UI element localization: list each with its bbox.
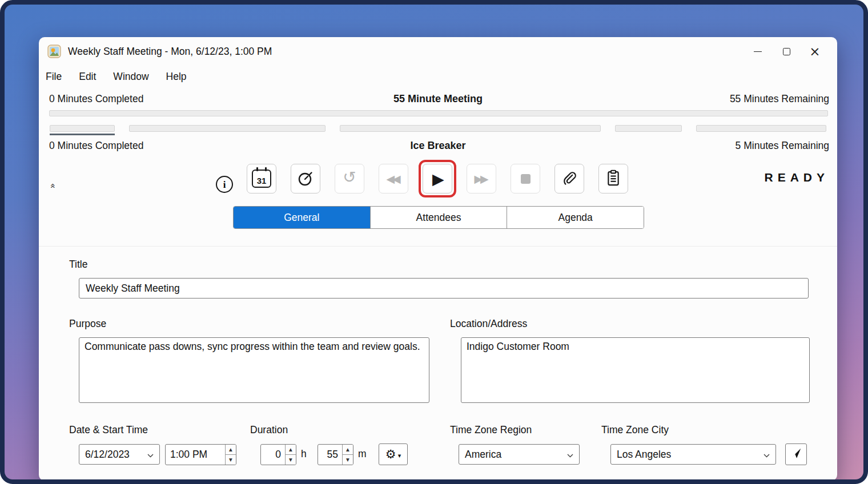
meeting-title-label: 55 Minute Meeting (393, 93, 483, 105)
status-badge: READY (764, 171, 829, 184)
duration-label: Duration (250, 424, 288, 436)
date-select[interactable]: 6/12/2023 (79, 444, 160, 465)
spin-down-icon: ▼ (229, 457, 232, 462)
menu-window[interactable]: Window (112, 70, 150, 84)
minutes-unit-label: m (358, 448, 367, 460)
start-time-decrement-button[interactable]: ▼ (226, 455, 236, 465)
attachment-button[interactable] (554, 164, 584, 193)
tab-bar: General Attendees Agenda (233, 206, 644, 229)
paperclip-icon (561, 170, 577, 188)
tz-region-value: America (465, 449, 501, 461)
stop-button[interactable] (511, 164, 540, 193)
window-controls: × (744, 37, 829, 66)
overall-progress-bar (49, 110, 828, 116)
play-icon: ▶ (431, 171, 444, 187)
desktop-background: Weekly Staff Meeting - Mon, 6/12/23, 1:0… (0, 0, 868, 484)
hours-decrement-button[interactable]: ▼ (286, 455, 296, 465)
spin-up-icon: ▲ (346, 447, 349, 452)
spin-down-icon: ▼ (346, 457, 349, 462)
spin-down-icon: ▼ (289, 457, 292, 462)
purpose-textarea[interactable]: Communicate pass downs, sync progress wi… (79, 337, 429, 403)
tab-general[interactable]: General (234, 207, 370, 228)
info-icon: i (223, 180, 226, 189)
chevron-up-double-icon: » (47, 183, 58, 188)
calendar-icon: 31 (252, 170, 271, 188)
minimize-button[interactable] (744, 41, 772, 62)
stop-icon (521, 174, 531, 184)
location-textarea[interactable]: Indigo Customer Room (461, 337, 810, 403)
tab-agenda[interactable]: Agenda (507, 207, 644, 228)
chevron-down-icon (567, 449, 573, 461)
start-time-spinner[interactable]: 1:00 PM ▲ ▼ (165, 444, 236, 465)
notes-button[interactable] (598, 164, 628, 193)
window-title: Weekly Staff Meeting - Mon, 6/12/23, 1:0… (68, 46, 272, 58)
app-window: Weekly Staff Meeting - Mon, 6/12/23, 1:0… (39, 37, 837, 481)
date-value: 6/12/2023 (85, 449, 130, 461)
locate-timezone-button[interactable] (785, 443, 807, 465)
current-remaining-label: 5 Minutes Remaining (736, 140, 829, 152)
duration-minutes-spin-buttons: ▲ ▼ (342, 445, 353, 465)
menubar: File Edit Window Help (45, 67, 188, 86)
toolbar: 31 ↺ ◀◀ ▶ (247, 164, 628, 193)
rewind-button[interactable]: ◀◀ (379, 164, 408, 193)
caret-down-icon: ▾ (398, 453, 401, 459)
maximize-button[interactable] (772, 41, 801, 62)
agenda-segment (129, 125, 326, 132)
reset-button[interactable]: ↺ (335, 164, 364, 193)
purpose-label: Purpose (69, 318, 106, 330)
start-time-increment-button[interactable]: ▲ (226, 445, 236, 455)
fast-forward-icon: ▶▶ (474, 174, 488, 184)
agenda-segment (50, 125, 115, 132)
current-completed-label: 0 Minutes Completed (49, 140, 143, 152)
menu-file[interactable]: File (45, 70, 63, 84)
date-start-label: Date & Start Time (69, 424, 148, 436)
titlebar: Weekly Staff Meeting - Mon, 6/12/23, 1:0… (39, 37, 837, 66)
section-divider (39, 246, 837, 247)
calendar-button[interactable]: 31 (247, 164, 276, 193)
tab-attendees[interactable]: Attendees (370, 207, 507, 228)
collapse-toolbar-button[interactable]: » (46, 179, 59, 192)
duration-minutes-value: 55 (318, 445, 342, 465)
spin-up-icon: ▲ (229, 447, 232, 452)
duration-hours-spinner[interactable]: 0 ▲ ▼ (260, 444, 296, 465)
overall-completed-label: 0 Minutes Completed (49, 93, 143, 105)
spin-up-icon: ▲ (289, 447, 292, 452)
minimize-icon (754, 51, 762, 52)
hours-unit-label: h (301, 448, 307, 460)
gear-icon: ⚙ (385, 449, 396, 461)
start-time-spin-buttons: ▲ ▼ (225, 445, 236, 465)
rewind-icon: ◀◀ (386, 174, 400, 184)
agenda-segment (340, 125, 601, 132)
title-label: Title (69, 259, 87, 271)
menu-edit[interactable]: Edit (78, 70, 97, 84)
location-label: Location/Address (450, 318, 527, 330)
tz-city-label: Time Zone City (601, 424, 669, 436)
reset-icon: ↺ (343, 170, 356, 185)
duration-hours-spin-buttons: ▲ ▼ (285, 445, 296, 465)
menu-help[interactable]: Help (165, 70, 188, 84)
play-button[interactable]: ▶ (423, 164, 452, 193)
info-button[interactable]: i (216, 176, 233, 193)
tz-region-select[interactable]: America (459, 444, 580, 465)
maximize-icon (783, 48, 790, 55)
overall-remaining-label: 55 Minutes Remaining (730, 93, 829, 105)
tz-city-select[interactable]: Los Angeles (610, 444, 776, 465)
current-item-title: Ice Breaker (410, 140, 465, 152)
hours-increment-button[interactable]: ▲ (286, 445, 296, 455)
minutes-increment-button[interactable]: ▲ (343, 445, 353, 455)
agenda-segment (615, 125, 681, 132)
tz-city-value: Los Angeles (617, 449, 671, 461)
app-icon (47, 45, 61, 58)
duration-options-button[interactable]: ⚙ ▾ (379, 443, 408, 465)
close-icon: × (809, 45, 820, 58)
clipboard-icon (605, 170, 621, 188)
duration-minutes-spinner[interactable]: 55 ▲ ▼ (318, 444, 353, 465)
start-time-value: 1:00 PM (166, 445, 225, 465)
close-button[interactable]: × (801, 41, 829, 62)
title-input[interactable] (79, 278, 809, 299)
chevron-down-icon (147, 449, 154, 461)
minutes-decrement-button[interactable]: ▼ (343, 455, 353, 465)
chevron-down-icon (763, 449, 770, 461)
timer-button[interactable] (291, 164, 320, 193)
fast-forward-button[interactable]: ▶▶ (467, 164, 496, 193)
